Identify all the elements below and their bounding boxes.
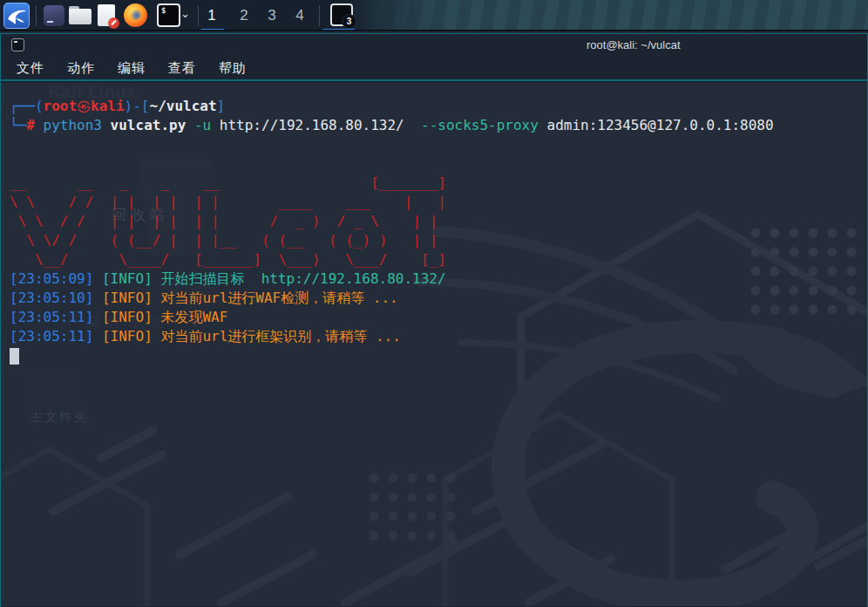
terminal-viewport[interactable]: Kali Linux 回收站 文件系统 主文件夹 ┌──(root㉿kali)-… [1,83,867,606]
taskbar: $ ⌄ 1 2 3 4 3 [0,0,868,31]
panel-separator [319,5,320,26]
menu-file[interactable]: 文件 [17,60,44,77]
workspace-3[interactable]: 3 [261,3,282,28]
text-editor-icon[interactable] [98,4,115,26]
kali-dragon-icon [4,3,29,28]
log-line: [23:05:10] [INFO] 对当前url进行WAF检测，请稍等 ... [10,289,867,308]
cursor-line [10,346,867,365]
chevron-down-icon[interactable]: ⌄ [180,7,193,23]
qterminal-window: root@kali: ~/vulcat 文件 动作 编辑 查看 帮助 [0,33,868,607]
wallpaper-stripes [349,0,868,31]
panel-bottom-edge [0,30,868,31]
prompt-line-1: ┌──(root㉿kali)-[~/vulcat] [10,97,867,116]
firefox-icon[interactable] [124,3,147,27]
window-app-icon[interactable] [44,5,64,26]
menu-actions[interactable]: 动作 [67,60,95,77]
window-count-badge: 3 [342,14,356,29]
menu-view[interactable]: 查看 [168,60,196,77]
terminal-text: ┌──(root㉿kali)-[~/vulcat] └─# python3 vu… [1,83,867,606]
menu-edit[interactable]: 编辑 [118,60,146,77]
window-title: root@kali: ~/vulcat [587,38,681,51]
terminal-launcher-icon[interactable]: $ [157,3,180,27]
terminal-window-icon [11,38,24,51]
menu-bar: 文件 动作 编辑 查看 帮助 [1,57,867,81]
panel-separator [36,5,37,26]
prompt-line-2: └─# python3 vulcat.py -u http://192.168.… [10,116,867,135]
log-line: [23:05:09] [INFO] 开始扫描目标 http://192.168.… [10,269,867,289]
text-cursor [10,348,19,365]
desktop: $ ⌄ 1 2 3 4 3 root@kali: ~/vulcat 文件 动作 … [0,0,868,607]
log-line: [23:05:11] [INFO] 未发现WAF [10,308,867,327]
workspace-4[interactable]: 4 [289,3,310,28]
panel-separator [198,5,199,26]
workspace-2[interactable]: 2 [234,3,254,28]
file-manager-icon[interactable] [69,6,92,24]
title-bar[interactable]: root@kali: ~/vulcat [1,34,867,57]
vulcat-ascii-banner: __ __ _ _ __ [_______]\ \ / / | | | | | … [10,174,867,269]
log-line: [23:05:11] [INFO] 对当前url进行框架识别，请稍等 ... [10,327,867,346]
kali-menu-button[interactable] [3,3,30,29]
editor-badge-icon [108,17,119,29]
workspace-1[interactable]: 1 [201,3,222,28]
menu-help[interactable]: 帮助 [219,60,247,77]
open-terminal-taskbar-icon[interactable]: 3 [330,3,353,26]
